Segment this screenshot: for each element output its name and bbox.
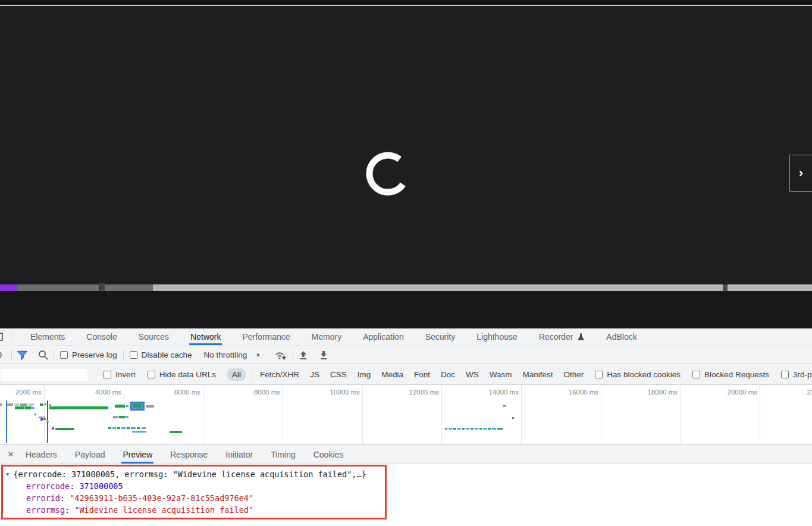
- filter-type-ws[interactable]: WS: [466, 370, 479, 379]
- waterfall-bar: [479, 428, 482, 430]
- waterfall-bar: [126, 416, 128, 418]
- filter-type-wasm[interactable]: Wasm: [490, 370, 512, 379]
- blocked-requests-checkbox[interactable]: Blocked Requests: [692, 370, 769, 379]
- hide-data-urls-checkbox[interactable]: Hide data URLs: [148, 370, 216, 379]
- preserve-log-label: Preserve log: [72, 350, 117, 359]
- detail-tab-payload[interactable]: Payload: [74, 445, 106, 464]
- video-top-strip: [0, 0, 812, 5]
- download-icon: [319, 350, 328, 360]
- checkbox-icon: [148, 371, 155, 378]
- filter-type-img[interactable]: Img: [358, 370, 371, 379]
- waterfall-bar: [146, 405, 154, 408]
- detail-tab-cookies[interactable]: Cookies: [312, 445, 345, 464]
- invert-checkbox[interactable]: Invert: [104, 370, 136, 379]
- export-har-button[interactable]: [319, 350, 328, 360]
- json-summary[interactable]: ▼{errorcode: 371000005, errormsg: "Widev…: [6, 469, 366, 479]
- import-har-button[interactable]: [299, 350, 308, 360]
- device-toolbar-icon[interactable]: [0, 328, 6, 346]
- filter-type-fetch-xhr[interactable]: Fetch/XHR: [260, 370, 299, 379]
- filter-type-media[interactable]: Media: [381, 370, 403, 379]
- network-toolbar: Preserve log Disable cache No throttling…: [0, 346, 812, 364]
- flask-icon: [577, 333, 585, 341]
- next-panel-button[interactable]: ›: [789, 155, 812, 192]
- network-filter-row: Invert Hide data URLs AllFetch/XHRJSCSSI…: [0, 365, 812, 385]
- tab-security[interactable]: Security: [424, 328, 457, 345]
- timeline-tick-label: 8000 ms: [244, 389, 280, 396]
- timeline-gridline: [283, 385, 283, 444]
- detail-tab-timing[interactable]: Timing: [269, 445, 297, 464]
- separator: [11, 350, 12, 361]
- third-party-checkbox[interactable]: 3rd-party requests: [781, 370, 812, 379]
- json-row-errorcode[interactable]: errorcode: 371000005: [26, 481, 123, 491]
- timeline-gridline: [203, 385, 203, 444]
- json-value: 371000005: [79, 481, 123, 491]
- waterfall-bar: [117, 427, 120, 429]
- tab-adblock[interactable]: AdBlock: [605, 328, 638, 345]
- devtools-panel: ElementsConsoleSourcesNetworkPerformance…: [0, 328, 812, 526]
- filter-type-js[interactable]: JS: [310, 370, 319, 379]
- filter-type-css[interactable]: CSS: [330, 370, 347, 379]
- filter-type-doc[interactable]: Doc: [441, 370, 455, 379]
- detail-tab-initiator[interactable]: Initiator: [224, 445, 254, 464]
- filter-type-all[interactable]: All: [227, 368, 246, 381]
- tab-recorder[interactable]: Recorder: [538, 328, 587, 345]
- progress-marker: [723, 284, 728, 291]
- timeline-gridline: [362, 385, 363, 444]
- waterfall-bar: [449, 428, 452, 430]
- waterfall-bar: [43, 418, 46, 420]
- has-blocked-cookies-checkbox[interactable]: Has blocked cookies: [595, 370, 681, 379]
- tab-elements[interactable]: Elements: [29, 328, 66, 345]
- preserve-log-checkbox[interactable]: Preserve log: [60, 350, 117, 359]
- tab-application[interactable]: Application: [362, 328, 405, 345]
- tab-network[interactable]: Network: [189, 328, 222, 345]
- timeline-tick-label: 16000 ms: [563, 389, 598, 396]
- filter-type-manifest[interactable]: Manifest: [522, 370, 553, 379]
- waterfall-bar: [55, 428, 74, 430]
- separator: [11, 331, 11, 342]
- record-button[interactable]: [0, 346, 6, 364]
- json-row-errorid[interactable]: errorid: "42963911-b635-403e-92a7-81c55a…: [26, 493, 253, 503]
- throttling-select[interactable]: No throttling: [204, 350, 247, 359]
- detail-tab-headers[interactable]: Headers: [24, 445, 58, 464]
- detail-tab-preview[interactable]: Preview: [121, 445, 153, 464]
- waterfall-bar: [126, 405, 128, 407]
- checkbox-icon: [104, 371, 111, 378]
- waterfall-bar: [142, 427, 146, 429]
- waterfall-bar: [49, 404, 51, 406]
- timeline-tick-label: 2000 ms: [6, 389, 42, 396]
- third-party-label: 3rd-party requests: [793, 370, 812, 379]
- loading-spinner-icon: [365, 151, 410, 196]
- progress-segment: [18, 284, 153, 291]
- video-viewport[interactable]: ›: [0, 6, 812, 284]
- json-colon: :: [60, 493, 70, 503]
- waterfall-bar: [112, 427, 116, 429]
- waterfall-bar: [462, 428, 465, 430]
- filter-toggle-button[interactable]: [17, 350, 27, 360]
- video-progress-bar[interactable]: [0, 284, 812, 291]
- timeline-gridline: [760, 385, 760, 444]
- waterfall-bar: [45, 403, 46, 405]
- dropdown-arrow-icon: ▼: [255, 352, 261, 358]
- filter-type-other[interactable]: Other: [564, 370, 584, 379]
- tab-sources[interactable]: Sources: [137, 328, 170, 345]
- tab-lighthouse[interactable]: Lighthouse: [475, 328, 519, 345]
- waterfall-bar: [131, 427, 136, 429]
- search-button[interactable]: [38, 350, 48, 360]
- close-icon[interactable]: ×: [8, 449, 14, 461]
- detail-tab-response[interactable]: Response: [169, 445, 209, 464]
- json-row-errormsg[interactable]: errormsg: "Widevine license acquisition …: [26, 505, 253, 515]
- filter-type-font[interactable]: Font: [414, 370, 430, 379]
- timeline-tick-label: 6000 ms: [165, 389, 200, 396]
- waterfall-bar: [471, 428, 474, 430]
- tab-console[interactable]: Console: [85, 328, 118, 345]
- disable-cache-checkbox[interactable]: Disable cache: [130, 350, 192, 359]
- timeline-tick-label: 12000 ms: [403, 389, 439, 396]
- network-overview-timeline[interactable]: 2000 ms4000 ms6000 ms8000 ms10000 ms1200…: [0, 385, 812, 444]
- timeline-gridline: [521, 385, 522, 444]
- waterfall-bar: [488, 428, 491, 430]
- network-conditions-button[interactable]: [274, 350, 287, 361]
- waterfall-bar: [40, 403, 43, 406]
- tab-memory[interactable]: Memory: [311, 328, 343, 345]
- filter-input[interactable]: [0, 368, 88, 381]
- tab-performance[interactable]: Performance: [241, 328, 291, 345]
